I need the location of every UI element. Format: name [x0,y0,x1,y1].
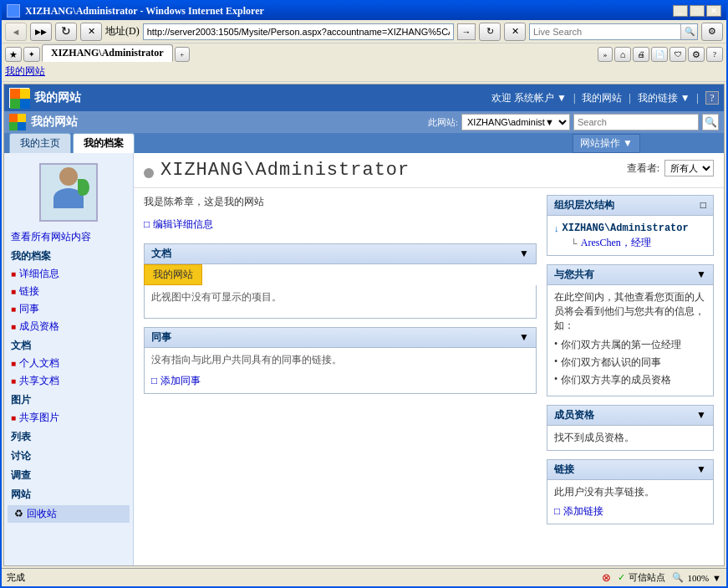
org-sub-prefix: └ [571,238,578,248]
browser-search-input[interactable] [530,24,680,39]
status-bar: 完成 ⊗ ✓ 可信站点 🔍 100% ▼ [2,568,726,586]
extra-tabs-button[interactable]: » [598,47,613,62]
error-icon: ⊗ [602,571,611,585]
address-input[interactable] [143,23,454,40]
org-admin-name: XIZHANG\Administrator [563,222,689,234]
go-button[interactable]: → [457,23,476,40]
tools-button[interactable]: ⚙ [701,23,723,41]
links-link[interactable]: 链接 [19,284,39,299]
shared-docs-link[interactable]: 共享文档 [19,374,59,388]
org-sub-link[interactable]: AresChen，经理 [581,236,651,250]
documents-title: 文档 [151,247,171,261]
my-site-link[interactable]: 我的网站 [582,91,622,105]
docs-section: 文档 [4,335,133,355]
browser-tabs: ★ ✦ XIZHANG\Administrator + » ⌂ 🖨 📄 🛡 ⚙ … [2,43,726,62]
security-text: 可信站点 [629,571,665,584]
bullet-icon: ■ [11,359,16,368]
membership-toggle: ▼ [696,409,706,422]
sp-header-right: 欢迎 系统帐户 ▼ | 我的网站 | 我的链接 ▼ | ? [491,91,719,105]
minimize-button[interactable]: _ [673,5,688,17]
my-links-link[interactable]: 我的链接 ▼ [638,91,690,105]
colleagues-link[interactable]: 同事 [19,302,39,316]
close-button[interactable]: ✕ [706,5,721,17]
browser-search-container: 🔍 [529,23,698,40]
add-fav[interactable]: ✦ [23,47,40,62]
lists-section: 列表 [4,427,133,446]
tab-my-home[interactable]: 我的主页 [9,133,71,153]
colleagues-toggle: ▼ [519,331,529,344]
new-tab-button[interactable]: + [175,47,190,62]
viewer-select[interactable]: 所有人 同事 管理者 [664,160,714,176]
sidebar-item-shared-pics[interactable]: ■ 共享图片 [4,409,133,427]
home-button[interactable]: ⌂ [614,47,631,62]
forward-button[interactable]: ▶▶ [30,23,52,41]
page-button[interactable]: 📄 [651,47,668,62]
help-icon[interactable]: ? [705,91,719,105]
org-chart-header[interactable]: 组织层次结构 □ [547,195,714,216]
sp-search-button[interactable]: 🔍 [702,114,719,130]
recycle-link[interactable]: 回收站 [27,507,57,521]
window-title: XIZHANG\Administrator - Windows Internet… [25,5,668,18]
sp-main: 查看所有网站内容 我的档案 ■ 详细信息 ■ 链接 ■ 同事 ■ [4,153,724,565]
add-link-link[interactable]: □ 添加链接 [554,504,706,519]
tab-my-profile[interactable]: 我的档案 [73,133,135,153]
separator-2: | [629,92,630,105]
scope-select[interactable]: XIZHANG\administ▼ [461,114,570,130]
my-site-doc-tab[interactable]: 我的网站 [144,264,202,285]
address-bar: 地址(D) → [105,23,476,40]
add-link-icon: □ [554,505,560,518]
sidebar-item-shared-docs[interactable]: ■ 共享文档 [4,372,133,390]
sp-search-input[interactable] [573,114,699,130]
fav-star[interactable]: ★ [5,47,22,62]
viewer-label: 查看者: [627,161,659,176]
browse-all-link[interactable]: 查看所有网站内容 [4,228,133,246]
maximize-button[interactable]: □ [690,5,705,17]
site-actions-button[interactable]: 网站操作 ▼ [573,134,640,153]
shared-pics-link[interactable]: 共享图片 [19,411,59,425]
sidebar-item-personal-docs[interactable]: ■ 个人文档 [4,355,133,372]
bullet-icon: ■ [11,269,16,279]
sidebar-item-colleagues[interactable]: ■ 同事 [4,300,133,318]
profile-header: XIZHANG\Administrator 查看者: 所有人 同事 管理者 [134,153,724,188]
stop-button-2[interactable]: ✕ [504,23,526,41]
my-site-fav-link[interactable]: 我的网站 [5,64,45,79]
personal-docs-link[interactable]: 个人文档 [19,356,59,371]
bullet-icon: ■ [11,322,16,331]
zoom-dropdown[interactable]: ▼ [712,573,721,583]
refresh-button[interactable]: ↻ [55,23,77,41]
add-colleague-link[interactable]: □ 添加同事 [151,374,529,388]
documents-header[interactable]: 文档 ▼ [144,243,537,264]
membership-link[interactable]: 成员资格 [19,320,59,334]
links-header[interactable]: 链接 ▼ [547,459,714,480]
documents-section: 文档 ▼ 我的网站 此视图中没有可显示的项目。 [144,243,537,319]
welcome-text[interactable]: 欢迎 系统帐户 ▼ [491,91,567,105]
sidebar-item-membership[interactable]: ■ 成员资格 [4,318,133,335]
favorites-bar: 我的网站 [2,62,726,82]
shared-with-header[interactable]: 与您共有 ▼ [547,264,714,285]
checkmark-icon: ✓ [618,572,625,583]
edit-icon: □ [144,218,150,231]
help-button[interactable]: ? [706,47,723,62]
subheader-logo [9,114,26,130]
back-button[interactable]: ◄ [5,23,27,41]
refresh-button-2[interactable]: ↻ [479,23,501,41]
sidebar-item-details[interactable]: ■ 详细信息 [4,265,133,283]
sp-logo-icon [9,88,29,108]
sp-nav-tabs: 我的主页 我的档案 网站操作 ▼ [4,133,724,153]
stop-button[interactable]: ✕ [80,23,102,41]
browser-search-button[interactable]: 🔍 [680,24,697,39]
colleagues-header[interactable]: 同事 ▼ [144,327,537,348]
avatar-plant [78,179,89,196]
tools-button-2[interactable]: ⚙ [688,47,705,62]
safety-button[interactable]: 🛡 [669,47,686,62]
membership-header[interactable]: 成员资格 ▼ [547,405,714,426]
page-content: 我的网站 欢迎 系统帐户 ▼ | 我的网站 | 我的链接 ▼ | ? 我的网站 [3,84,725,566]
print-button[interactable]: 🖨 [633,47,649,62]
sidebar-item-links[interactable]: ■ 链接 [4,283,133,300]
browser-tab-active[interactable]: XIZHANG\Administrator [42,44,173,62]
edit-info-link[interactable]: □ 编辑详细信息 [144,217,537,232]
details-link[interactable]: 详细信息 [19,267,59,281]
bullet-icon: ■ [11,376,16,386]
bullet-icon: ■ [11,304,16,314]
recycle-bin-item[interactable]: ♻ 回收站 [8,505,130,523]
